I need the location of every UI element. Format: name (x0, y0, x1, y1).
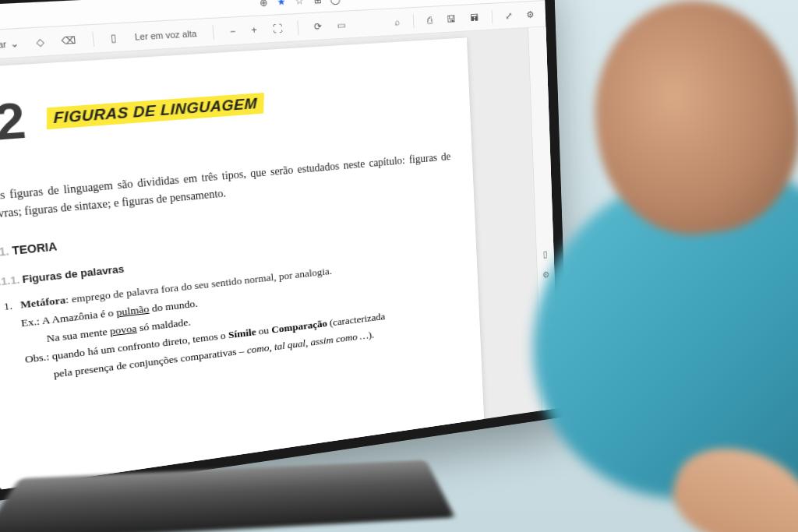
toolbar-separator (212, 25, 214, 40)
book-view-icon[interactable]: ▯ (104, 29, 122, 47)
term-metafora: Metáfora (19, 294, 66, 312)
fit-page-icon[interactable]: ⛶ (267, 20, 288, 37)
zoom-in-button[interactable]: + (245, 21, 262, 38)
term-simile: Símile (228, 326, 256, 341)
fullscreen-icon[interactable]: ⤢ (500, 7, 517, 23)
chapter-title: FIGURAS DE LINGUAGEM (47, 92, 264, 129)
underlined-word: pulmão (116, 303, 150, 319)
read-aloud-button[interactable]: Ler em voz alta (129, 26, 203, 44)
chapter-number: 22 (0, 90, 26, 154)
collections-icon[interactable]: ⊞ (312, 0, 323, 6)
item-number: 1. (3, 297, 19, 316)
bookmark-icon[interactable]: ▯ (542, 249, 548, 260)
section-title: TEORIA (11, 240, 57, 257)
favorites-icon[interactable]: ☆ (294, 0, 305, 7)
document-viewport[interactable]: 22 FIGURAS DE LINGUAGEM As figuras de li… (0, 26, 560, 489)
toolbar-separator (92, 31, 94, 46)
laptop-screen-bezel: ⊕ ★ ☆ ⊞ ◯ ⋯ — ▢ ✕ Desenhar (0, 0, 569, 502)
draw-label: Desenhar (0, 38, 7, 51)
toolbar-separator (297, 20, 298, 35)
underlined-word: povoa (109, 322, 137, 337)
settings-icon[interactable]: ⚙ (522, 6, 538, 23)
document-page: 22 FIGURAS DE LINGUAGEM As figuras de li… (0, 37, 486, 489)
browser-window: ⊕ ★ ☆ ⊞ ◯ ⋯ — ▢ ✕ Desenhar (0, 0, 560, 490)
obs-prefix: Obs.: (24, 351, 52, 365)
chapter-header: 22 FIGURAS DE LINGUAGEM (0, 62, 449, 154)
subsection-title: Figuras de palavras (22, 263, 125, 286)
highlight-icon[interactable]: ◇ (30, 33, 50, 51)
toolbar-separator (413, 14, 415, 28)
save-icon[interactable]: 🖫 (442, 10, 460, 26)
example-prefix: Ex.: (20, 315, 42, 329)
zoom-icon[interactable]: ⊕ (258, 0, 269, 9)
page-view-icon[interactable]: ▭ (332, 16, 351, 33)
search-icon[interactable]: ⌕ (390, 13, 404, 30)
profile-icon[interactable]: ◯ (330, 0, 341, 5)
favorite-star-icon[interactable]: ★ (276, 0, 287, 8)
chevron-down-icon: ⌄ (9, 37, 19, 50)
subsection-number: 22.1.1. (0, 274, 20, 290)
print-icon[interactable]: ⎙ (422, 12, 437, 28)
draw-button[interactable]: Desenhar ⌄ (0, 34, 25, 55)
section-number: 22.1. (0, 245, 9, 260)
sidebar-settings-icon[interactable]: ⚙ (542, 270, 550, 281)
saveas-icon[interactable]: 🖬 (465, 9, 483, 26)
pdf-right-sidebar: ▯ ⚙ (528, 26, 559, 410)
zoom-out-button[interactable]: − (224, 23, 241, 40)
erase-icon[interactable]: ⌫ (55, 31, 82, 49)
rotate-icon[interactable]: ⟳ (309, 18, 327, 35)
browser-menu-icon[interactable]: ⋯ (348, 0, 358, 4)
toolbar-separator (492, 9, 493, 23)
